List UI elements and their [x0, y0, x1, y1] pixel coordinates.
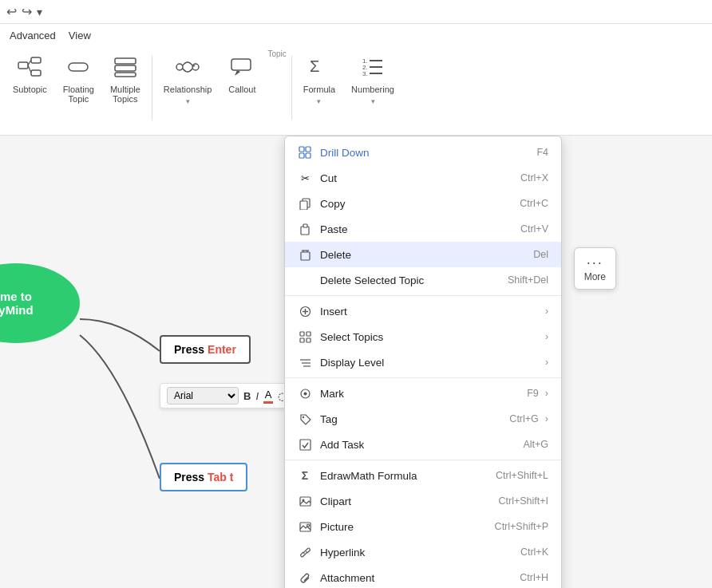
press-tab-node[interactable]: Press Tab t [160, 463, 247, 491]
insert-icon [298, 304, 312, 318]
font-select[interactable]: Arial [167, 387, 239, 404]
select-topics-icon [298, 330, 312, 344]
menu-item-display-level[interactable]: Display Level › [285, 349, 561, 375]
svg-rect-38 [300, 338, 304, 342]
svg-rect-8 [115, 73, 136, 77]
menu-item-hyperlink[interactable]: Hyperlink Ctrl+K [285, 539, 561, 565]
menu-item-tag[interactable]: Tag Ctrl+G › [285, 406, 561, 432]
svg-rect-23 [299, 153, 304, 158]
picture-shortcut: Ctrl+Shift+P [495, 521, 548, 532]
copy-label: Copy [320, 198, 512, 210]
menu-item-mark[interactable]: Mark F9 › [285, 381, 561, 406]
delete-selected-shortcut: Shift+Del [508, 274, 548, 286]
picture-icon [298, 519, 312, 534]
display-level-icon [298, 355, 312, 369]
attachment-label: Attachment [320, 572, 512, 584]
attachment-shortcut: Ctrl+H [520, 572, 548, 583]
multiple-topics-label: MultipleTopics [110, 85, 140, 104]
paste-shortcut: Ctrl+V [520, 223, 548, 235]
menu-item-select-topics[interactable]: Select Topics › [285, 324, 561, 349]
svg-rect-7 [115, 65, 136, 71]
more-button[interactable]: ··· More [574, 247, 616, 290]
relationship-icon [173, 53, 202, 81]
cut-shortcut: Ctrl+X [520, 172, 548, 184]
undo-icon[interactable]: ↩ [6, 4, 17, 19]
toolbar-subtopic[interactable]: Subtopic [6, 49, 53, 97]
menu-item-insert[interactable]: Insert › [285, 298, 561, 324]
menu-item-copy[interactable]: Copy Ctrl+C [285, 191, 561, 216]
svg-rect-24 [306, 153, 311, 158]
tag-shortcut-arrow: Ctrl+G › [509, 413, 548, 424]
menu-item-delete-selected[interactable]: Delete Selected Topic Shift+Del [285, 267, 561, 293]
menu-item-picture[interactable]: Picture Ctrl+Shift+P [285, 514, 561, 539]
bold-button[interactable]: B [243, 390, 251, 402]
italic-button[interactable]: I [255, 390, 259, 402]
context-menu: Drill Down F4 ✂ Cut Ctrl+X Copy Ctrl+C P… [284, 136, 562, 588]
toolbar: ↩ ↪ ▾ Advanced View Subtopic [0, 0, 712, 136]
paste-icon [298, 222, 312, 236]
insert-label: Insert [320, 306, 537, 318]
multiple-topics-icon [111, 53, 140, 81]
svg-rect-0 [18, 62, 28, 69]
svg-marker-13 [235, 70, 240, 76]
font-color-button[interactable]: A [263, 389, 273, 404]
menu-sep-3 [285, 460, 561, 460]
drill-down-icon [298, 145, 312, 160]
formula-label: Formula [303, 85, 335, 94]
select-topics-label: Select Topics [320, 331, 537, 343]
delete-icon [298, 247, 312, 262]
drill-down-label: Drill Down [320, 147, 528, 159]
svg-rect-1 [31, 57, 41, 63]
redo-icon[interactable]: ↪ [22, 4, 32, 19]
menu-item-cut[interactable]: ✂ Cut Ctrl+X [285, 165, 561, 191]
copy-icon [298, 196, 312, 211]
tag-label: Tag [320, 413, 501, 425]
svg-point-10 [192, 64, 199, 70]
svg-point-9 [176, 64, 183, 70]
tag-icon [298, 412, 312, 426]
svg-rect-22 [306, 147, 311, 152]
svg-rect-21 [299, 147, 304, 152]
toolbar-numbering[interactable]: 1. 2. 3. Numbering ▾ [345, 49, 401, 109]
more-dots-icon: ··· [584, 255, 606, 271]
toolbar-formula[interactable]: Σ Formula ▾ [297, 49, 342, 109]
subtopic-icon [15, 53, 44, 81]
floating-topic-icon [64, 53, 93, 81]
menu-advanced[interactable]: Advanced [10, 30, 56, 41]
menu-item-clipart[interactable]: Clipart Ctrl+Shift+I [285, 488, 561, 514]
svg-rect-6 [115, 58, 136, 64]
canvas-area: me to yMind Press Enter Arial B I A ◌ ··… [0, 136, 712, 588]
svg-rect-36 [300, 332, 304, 336]
menu-item-drill-down[interactable]: Drill Down F4 [285, 140, 561, 165]
svg-rect-37 [307, 332, 311, 336]
toolbar-relationship[interactable]: Relationship ▾ [157, 49, 219, 109]
clipart-shortcut: Ctrl+Shift+I [498, 495, 548, 507]
menu-sep-1 [285, 295, 561, 296]
toolbar-multiple-topics[interactable]: MultipleTopics [104, 49, 147, 107]
menu-item-add-task[interactable]: Add Task Alt+G [285, 432, 561, 457]
subtopic-label: Subtopic [13, 85, 47, 94]
menu-item-attachment[interactable]: Attachment Ctrl+H [285, 565, 561, 588]
hyperlink-icon [298, 545, 312, 559]
numbering-icon: 1. 2. 3. [358, 53, 387, 81]
relationship-label: Relationship [164, 85, 212, 94]
svg-point-45 [302, 416, 303, 417]
more-quick-icon[interactable]: ▾ [37, 6, 42, 18]
separator-2 [291, 56, 292, 120]
svg-rect-5 [69, 63, 88, 71]
menu-item-edrawmath[interactable]: Σ EdrawMath Formula Ctrl+Shift+L [285, 463, 561, 488]
press-enter-node[interactable]: Press Enter [160, 335, 251, 364]
clipart-icon [298, 494, 312, 508]
toolbar-floating-topic[interactable]: FloatingTopic [57, 49, 101, 107]
menu-item-delete[interactable]: Delete Del [285, 242, 561, 267]
toolbar-callout[interactable]: Callout [221, 49, 263, 97]
mark-icon [298, 386, 312, 401]
delete-selected-label: Delete Selected Topic [320, 274, 500, 286]
central-node: me to yMind [0, 263, 80, 343]
delete-label: Delete [320, 249, 525, 261]
svg-rect-29 [301, 252, 310, 260]
floating-topic-label: FloatingTopic [63, 85, 94, 104]
menu-view[interactable]: View [69, 30, 91, 41]
callout-icon [227, 53, 256, 81]
menu-item-paste[interactable]: Paste Ctrl+V [285, 216, 561, 242]
